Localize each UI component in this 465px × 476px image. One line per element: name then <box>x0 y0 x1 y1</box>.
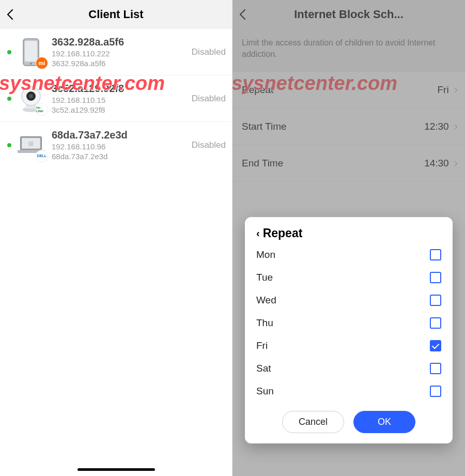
day-checkbox[interactable] <box>430 295 441 306</box>
back-button[interactable] <box>6 0 13 29</box>
svg-rect-1 <box>25 41 37 62</box>
day-label: Tue <box>256 272 430 283</box>
client-name: 68da.73a7.2e3d <box>52 129 187 141</box>
day-row[interactable]: Thu <box>256 312 441 334</box>
day-row[interactable]: Sat <box>256 357 441 380</box>
client-name: 3c52.a129.92f8 <box>52 83 187 95</box>
modal-buttons: Cancel OK <box>256 411 441 433</box>
online-status-dot <box>7 97 11 101</box>
day-checkbox[interactable] <box>430 363 441 374</box>
client-status: Disabled <box>187 47 226 57</box>
client-info: 3c52.a129.92f8192.168.110.153c52.a129.92… <box>52 83 187 114</box>
laptop-icon: DELL <box>17 131 45 160</box>
svg-point-2 <box>30 63 32 65</box>
client-status: Disabled <box>187 94 226 104</box>
client-ip: 192.168.110.222 <box>52 49 187 58</box>
modal-title: Repeat <box>263 226 303 240</box>
day-label: Sun <box>256 386 430 397</box>
client-status: Disabled <box>187 140 226 150</box>
modal-header: ‹ Repeat <box>256 226 441 240</box>
page-title: Client List <box>0 8 232 21</box>
day-checkbox[interactable] <box>430 386 441 397</box>
modal-back-button[interactable]: ‹ <box>256 227 260 239</box>
day-checkbox[interactable] <box>430 249 441 260</box>
client-info: 3632.928a.a5f6192.168.110.2223632.928a.a… <box>52 36 187 68</box>
day-row[interactable]: Sun <box>256 380 441 403</box>
phone-icon: mi <box>17 38 45 67</box>
day-label: Sat <box>256 363 430 374</box>
brand-badge: mi <box>36 57 48 69</box>
client-list-header: Client List <box>0 0 232 29</box>
day-checkbox[interactable] <box>430 340 441 351</box>
online-status-dot <box>7 50 11 54</box>
client-info: 68da.73a7.2e3d192.168.110.9668da.73a7.2e… <box>52 129 187 161</box>
repeat-modal: ‹ Repeat MonTueWedThuFriSatSun Cancel OK <box>245 217 453 443</box>
client-name: 3632.928a.a5f6 <box>52 36 187 48</box>
day-row[interactable]: Tue <box>256 266 441 289</box>
brand-badge: DELL <box>36 150 48 162</box>
online-status-dot <box>7 143 11 147</box>
day-label: Fri <box>256 340 430 351</box>
client-row[interactable]: TP-LINK3c52.a129.92f8192.168.110.153c52.… <box>0 75 232 122</box>
cancel-button[interactable]: Cancel <box>282 411 344 433</box>
day-row[interactable]: Mon <box>256 243 441 266</box>
client-ip: 192.168.110.15 <box>52 96 187 104</box>
day-label: Thu <box>256 317 430 329</box>
client-ip: 192.168.110.96 <box>52 142 187 151</box>
client-mac: 3c52.a129.92f8 <box>52 105 187 114</box>
svg-rect-10 <box>28 141 33 146</box>
day-row[interactable]: Wed <box>256 289 441 312</box>
day-checkbox[interactable] <box>430 317 441 329</box>
camera-icon: TP-LINK <box>17 84 45 113</box>
brand-badge: TP-LINK <box>36 104 48 115</box>
schedule-pane: Internet Block Sch... Limit the access d… <box>233 0 465 476</box>
client-mac: 68da.73a7.2e3d <box>52 152 187 161</box>
client-list: mi3632.928a.a5f6192.168.110.2223632.928a… <box>0 29 232 168</box>
day-checkbox[interactable] <box>430 272 441 283</box>
day-list: MonTueWedThuFriSatSun <box>256 243 441 403</box>
ok-button[interactable]: OK <box>353 411 415 433</box>
client-row[interactable]: mi3632.928a.a5f6192.168.110.2223632.928a… <box>0 29 232 75</box>
chevron-left-icon <box>6 9 13 20</box>
client-row[interactable]: DELL68da.73a7.2e3d192.168.110.9668da.73a… <box>0 122 232 168</box>
day-label: Mon <box>256 249 430 260</box>
client-list-pane: Client List mi3632.928a.a5f6192.168.110.… <box>0 0 233 476</box>
day-label: Wed <box>256 295 430 306</box>
client-mac: 3632.928a.a5f6 <box>52 59 187 68</box>
home-indicator <box>78 468 155 471</box>
day-row[interactable]: Fri <box>256 334 441 357</box>
svg-point-7 <box>29 94 33 98</box>
